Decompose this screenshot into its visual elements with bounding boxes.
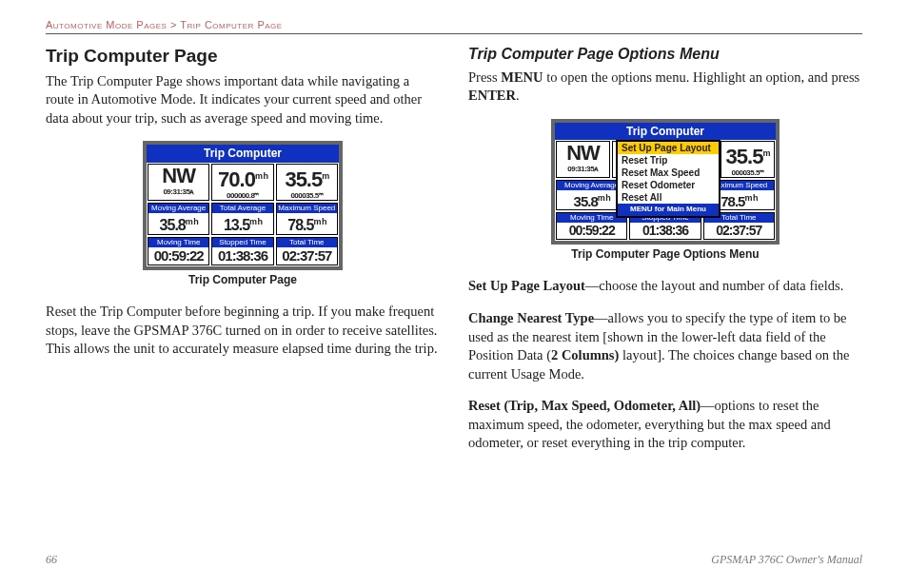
page-footer: 66 GPSMAP 376C Owner's Manual [46, 553, 862, 567]
speed-cell: 70.0m h 000000.8ᵐ [211, 164, 273, 201]
heading-cell-2: NW 09:31:35ᴀ [556, 141, 610, 178]
stopped-time-cell: Stopped Time 01:38:36 [211, 237, 273, 265]
option-setup-page-layout: Set Up Page Layout—choose the layout and… [468, 277, 862, 296]
option-change-nearest-type: Change Nearest Type—allows you to specif… [468, 309, 862, 383]
figure-trip-computer: Trip Computer NW 09:31:35ᴀ 70.0m h 00000… [46, 141, 440, 287]
menu-item-reset-odometer[interactable]: Reset Odometer [618, 179, 719, 191]
menu-footer: MENU for Main Menu [618, 204, 719, 216]
page-number: 66 [46, 553, 57, 567]
device-title: Trip Computer [147, 145, 339, 162]
max-speed-cell: Maximum Speed 78.5m h [276, 203, 338, 235]
breadcrumb: Automotive Mode Pages > Trip Computer Pa… [46, 19, 862, 34]
heading-cell: NW 09:31:35ᴀ [148, 164, 209, 201]
options-menu: Set Up Page Layout Reset Trip Reset Max … [616, 140, 720, 218]
device-title-2: Trip Computer [555, 123, 776, 140]
options-intro: Press MENU to open the options menu. Hig… [468, 69, 862, 106]
figure-options-menu: Trip Computer NW 09:31:35ᴀ 35.5m 000035.… [468, 119, 862, 263]
total-time-cell: Total Time 02:37:57 [276, 237, 338, 265]
manual-title: GPSMAP 376C Owner's Manual [711, 553, 862, 567]
left-column: Trip Computer Page The Trip Computer Pag… [46, 44, 440, 466]
dist-cell: 35.5m 000035.5ᵐ [276, 164, 338, 201]
figure-caption-2: Trip Computer Page Options Menu [468, 246, 862, 262]
menu-item-reset-all[interactable]: Reset All [618, 191, 719, 204]
device-screen-1: Trip Computer NW 09:31:35ᴀ 70.0m h 00000… [143, 141, 343, 270]
reset-paragraph: Reset the Trip Computer before beginning… [46, 303, 440, 359]
breadcrumb-page: Trip Computer Page [180, 19, 282, 30]
menu-item-reset-trip[interactable]: Reset Trip [618, 154, 719, 167]
moving-avg-cell: Moving Average 35.8m h [148, 203, 209, 235]
figure-caption-1: Trip Computer Page [46, 272, 440, 287]
total-avg-cell: Total Average 13.5m h [211, 203, 273, 235]
menu-item-setup-page-layout[interactable]: Set Up Page Layout [618, 142, 719, 154]
dist-cell-2: 35.5m 000035.5ᵐ [720, 141, 775, 178]
page-title: Trip Computer Page [46, 44, 440, 69]
device-screen-2: Trip Computer NW 09:31:35ᴀ 35.5m 000035.… [551, 119, 780, 245]
moving-time-cell: Moving Time 00:59:22 [148, 237, 209, 265]
section-heading: Trip Computer Page Options Menu [468, 44, 862, 65]
right-column: Trip Computer Page Options Menu Press ME… [468, 44, 862, 466]
option-reset: Reset (Trip, Max Speed, Odometer, All)—o… [468, 397, 862, 453]
intro-paragraph: The Trip Computer Page shows important d… [46, 72, 440, 128]
breadcrumb-section: Automotive Mode Pages [46, 19, 167, 30]
menu-item-reset-max-speed[interactable]: Reset Max Speed [618, 167, 719, 179]
